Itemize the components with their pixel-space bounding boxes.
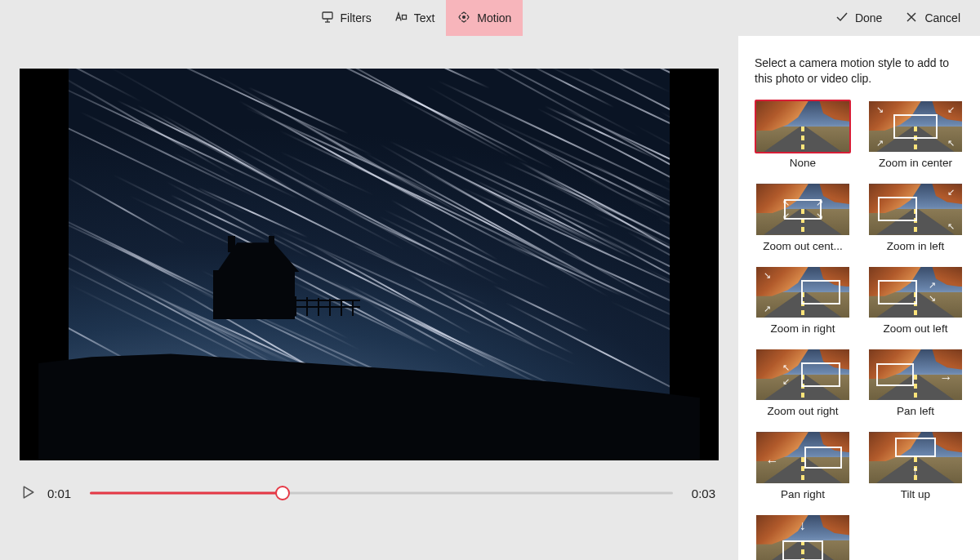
motion-thumb: ← — [755, 430, 851, 484]
motion-option-2[interactable]: ↖↗↙↘Zoom out cent... — [755, 182, 851, 251]
motion-label: Zoom in left — [867, 240, 964, 252]
motion-option-8[interactable]: ←Pan right — [755, 430, 851, 500]
checkmark-icon — [835, 11, 849, 26]
motion-label: Pan right — [755, 488, 851, 500]
done-label: Done — [855, 11, 882, 24]
cancel-label: Cancel — [924, 11, 960, 24]
motion-thumb: ↗↘ — [867, 265, 964, 319]
motion-thumb: ↖↗↙↘ — [755, 182, 851, 236]
video-preview[interactable] — [20, 69, 719, 460]
filters-icon — [321, 11, 334, 26]
motion-thumb: ↓ — [755, 513, 851, 560]
main: 0:01 0:03 Select a camera motion style t… — [0, 36, 980, 560]
motion-grid: None↘↙↗↖Zoom in center↖↗↙↘Zoom out cent.… — [755, 100, 964, 560]
panel-prompt: Select a camera motion style to add to t… — [755, 56, 964, 87]
filters-label: Filters — [341, 11, 372, 24]
motion-label: Zoom in center — [867, 157, 964, 169]
svg-point-2 — [463, 16, 466, 18]
motion-option-0[interactable]: None — [755, 100, 851, 169]
motion-label: Pan left — [867, 405, 964, 417]
motion-label: Zoom out right — [755, 405, 851, 417]
motion-thumb: ↘↗ — [755, 265, 851, 319]
motion-option-1[interactable]: ↘↙↗↖Zoom in center — [867, 100, 964, 169]
done-button[interactable]: Done — [824, 0, 893, 36]
motion-label: Zoom out left — [867, 322, 964, 335]
svg-rect-0 — [323, 12, 332, 19]
motion-thumb: ↘↙↗↖ — [867, 100, 964, 153]
playback-controls: 0:01 0:03 — [20, 460, 719, 501]
motion-thumb: → — [867, 348, 964, 402]
play-button[interactable] — [23, 486, 34, 501]
app-root: Filters Text Motion Done — [0, 0, 980, 560]
motion-label: Zoom out cent... — [755, 240, 851, 252]
motion-option-4[interactable]: ↘↗Zoom in right — [755, 265, 851, 335]
motion-thumb — [755, 100, 851, 153]
motion-option-9[interactable]: ↑Tilt up — [867, 430, 964, 500]
toolbar-center: Filters Text Motion — [8, 0, 824, 36]
motion-button[interactable]: Motion — [446, 0, 523, 36]
preview-column: 0:01 0:03 — [0, 36, 738, 560]
text-label: Text — [414, 11, 435, 24]
svg-rect-1 — [402, 15, 406, 19]
seek-slider[interactable] — [90, 485, 673, 501]
motion-label: Motion — [477, 11, 511, 24]
motion-option-6[interactable]: ↖↙Zoom out right — [755, 348, 851, 417]
motion-option-3[interactable]: ↙↖Zoom in left — [867, 182, 964, 251]
motion-option-10[interactable]: ↓Tilt down — [755, 513, 851, 560]
close-icon — [905, 11, 918, 26]
motion-option-5[interactable]: ↗↘Zoom out left — [867, 265, 964, 335]
motion-option-7[interactable]: →Pan left — [867, 348, 964, 417]
current-time: 0:01 — [47, 487, 77, 500]
motion-panel: Select a camera motion style to add to t… — [738, 36, 980, 560]
total-time: 0:03 — [686, 487, 715, 500]
motion-thumb: ↙↖ — [867, 182, 964, 236]
toolbar: Filters Text Motion Done — [0, 0, 980, 36]
motion-label: Zoom in right — [755, 322, 851, 335]
filters-button[interactable]: Filters — [310, 0, 383, 36]
motion-label: None — [755, 157, 851, 169]
preview-image — [69, 69, 670, 460]
motion-icon — [457, 11, 470, 26]
cancel-button[interactable]: Cancel — [893, 0, 972, 36]
motion-thumb: ↖↙ — [755, 348, 851, 402]
motion-thumb: ↑ — [867, 430, 964, 484]
text-icon — [394, 11, 408, 26]
toolbar-right: Done Cancel — [824, 0, 972, 36]
motion-label: Tilt up — [867, 488, 964, 500]
text-button[interactable]: Text — [383, 0, 447, 36]
